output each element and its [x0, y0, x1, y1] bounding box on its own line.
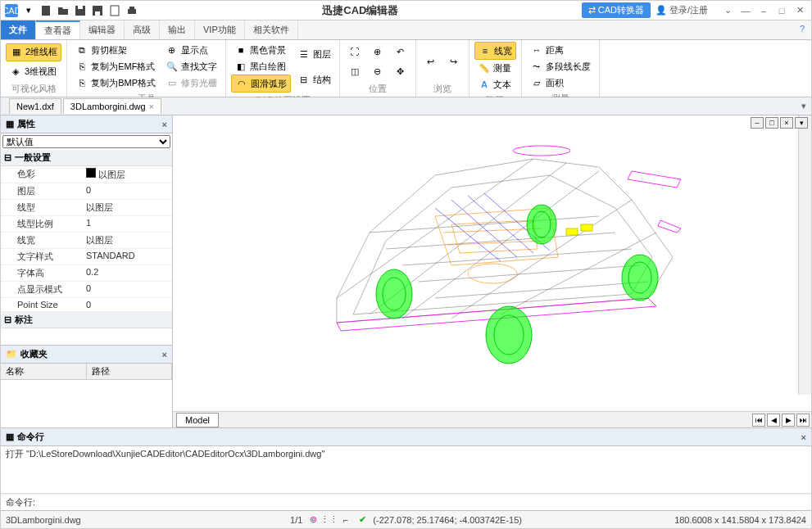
btn-undo[interactable]: ↩	[421, 53, 441, 70]
property-key: 点显示模式	[1, 282, 83, 297]
fav-col-path[interactable]: 路径	[87, 364, 173, 379]
btn-structure[interactable]: ⊟结构	[294, 72, 334, 88]
menu-tab-editor[interactable]: 编辑器	[80, 20, 125, 39]
qat-dropdown-icon[interactable]: ▾	[21, 3, 36, 18]
property-value[interactable]: 以图层	[83, 166, 172, 183]
btn-3d-view[interactable]: ◈3维视图	[6, 64, 61, 80]
btn-black-bg[interactable]: ■黑色背景	[231, 42, 291, 58]
grid-icon[interactable]: ⋮⋮	[324, 514, 335, 526]
menu-tab-file[interactable]: 文件	[1, 20, 36, 39]
property-row[interactable]: 线宽以图层	[1, 233, 172, 249]
property-row[interactable]: 文字样式STANDARD	[1, 249, 172, 265]
property-value[interactable]: 1	[83, 216, 172, 232]
help-icon[interactable]: ?	[793, 20, 811, 39]
nav-next-icon[interactable]: ▶	[782, 414, 795, 427]
print-icon[interactable]	[125, 3, 139, 18]
save-icon[interactable]	[73, 3, 88, 18]
property-row[interactable]: 线型比例1	[1, 216, 172, 233]
open-folder-icon[interactable]	[56, 3, 70, 18]
btn-clip-frame[interactable]: ⧉剪切框架	[72, 42, 159, 58]
inbox-icon[interactable]: ⌄	[719, 3, 736, 18]
status-size: 180.6008 x 141.5804 x 173.8424	[674, 515, 806, 525]
btn-trim-raster[interactable]: ▭修剪光栅	[162, 75, 220, 91]
property-value[interactable]: 0.2	[83, 265, 172, 281]
btn-linewidth[interactable]: ≡线宽	[474, 42, 516, 60]
btn-smooth-arc[interactable]: ◠圆滑弧形	[231, 75, 291, 93]
close-icon[interactable]: ✕	[792, 3, 808, 18]
command-input[interactable]	[39, 498, 806, 508]
btn-copy-emf[interactable]: ⎘复制为EMF格式	[72, 58, 159, 75]
viewport-max-icon[interactable]: □	[765, 117, 778, 129]
viewport-close-icon[interactable]: ×	[780, 117, 793, 129]
btn-distance[interactable]: ↔距离	[527, 42, 594, 58]
property-value[interactable]: 0	[83, 282, 172, 297]
document-tab[interactable]: 3DLamborgini.dwg×	[63, 98, 161, 114]
minimize-ribbon-icon[interactable]: —	[737, 3, 754, 18]
nav-first-icon[interactable]: ⏮	[752, 414, 765, 427]
btn-redo[interactable]: ↪	[444, 53, 464, 70]
btn-text[interactable]: A文本	[474, 76, 516, 93]
snap-icon[interactable]: ⊚	[307, 514, 319, 526]
property-row[interactable]: 图层0	[1, 183, 172, 200]
btn-find-text[interactable]: 🔍查找文字	[162, 58, 220, 75]
save-as-icon[interactable]	[90, 3, 105, 18]
panel-close-icon[interactable]: ×	[162, 350, 167, 359]
menu-tab-related[interactable]: 相关软件	[245, 20, 298, 39]
menu-tab-advanced[interactable]: 高级	[125, 20, 160, 39]
btn-polyline-length[interactable]: ⤳多段线长度	[527, 58, 594, 75]
property-row[interactable]: 线型以图层	[1, 200, 172, 216]
property-value[interactable]: 以图层	[83, 200, 172, 215]
btn-bw-draw[interactable]: ◧黑白绘图	[231, 58, 291, 75]
property-row[interactable]: 点显示模式0	[1, 282, 172, 298]
menu-tab-output[interactable]: 输出	[160, 20, 195, 39]
btn-copy-bmp[interactable]: ⎘复制为BMP格式	[72, 75, 159, 91]
property-value[interactable]: 以图层	[83, 233, 172, 248]
menu-tab-viewer[interactable]: 查看器	[36, 20, 80, 39]
close-tab-icon[interactable]: ×	[149, 102, 154, 111]
panel-close-icon[interactable]: ×	[162, 120, 167, 129]
btn-zoom-window[interactable]: ◫	[345, 63, 365, 79]
btn-zoom-prev[interactable]: ↶	[391, 43, 411, 60]
btn-2d-wireframe[interactable]: ▦2维线框	[6, 43, 61, 61]
btn-layers[interactable]: ☰图层	[294, 47, 334, 63]
nav-prev-icon[interactable]: ◀	[767, 414, 780, 427]
btn-zoom-out[interactable]: ⊖	[368, 63, 388, 79]
btn-zoom-pan[interactable]: ✥	[391, 63, 411, 79]
minimize-icon[interactable]: –	[755, 3, 772, 18]
viewport-min-icon[interactable]: –	[751, 117, 764, 129]
viewport-dd-icon[interactable]: ▾	[795, 117, 808, 129]
property-row[interactable]: 字体高0.2	[1, 265, 172, 282]
property-value[interactable]: STANDARD	[83, 249, 172, 264]
cad-convert-button[interactable]: ⇄CAD转换器	[582, 2, 651, 18]
btn-zoom-in[interactable]: ⊕	[368, 43, 388, 60]
osnap-icon[interactable]: ✔	[356, 514, 368, 526]
property-selector[interactable]: 默认值	[2, 135, 170, 148]
new-file-icon[interactable]	[39, 3, 53, 18]
ortho-icon[interactable]: ⌐	[340, 514, 352, 526]
model-tab[interactable]: Model	[176, 413, 219, 427]
prop-section-general[interactable]: ⊟一般设置	[1, 150, 172, 166]
export-icon[interactable]	[107, 3, 122, 18]
canvas[interactable]	[173, 115, 811, 411]
vertical-scrollbar[interactable]	[798, 115, 811, 395]
prop-section-annotation[interactable]: ⊟标注	[1, 312, 172, 328]
doctabs-dropdown-icon[interactable]: ▾	[796, 101, 811, 111]
property-value[interactable]: 0	[83, 183, 172, 199]
panel-close-icon[interactable]: ×	[801, 432, 806, 442]
favorites-panel: 名称 路径	[1, 364, 172, 427]
btn-show-points[interactable]: ⊕显示点	[162, 42, 220, 58]
property-row[interactable]: 色彩 以图层	[1, 166, 172, 183]
nav-last-icon[interactable]: ⏭	[796, 414, 810, 427]
btn-measure[interactable]: 📏测量	[474, 60, 516, 76]
property-select-dropdown[interactable]: 默认值	[2, 135, 170, 148]
login-button[interactable]: 👤登录/注册	[655, 4, 708, 16]
property-value[interactable]: 0	[83, 298, 172, 311]
property-row[interactable]: Point Size0	[1, 298, 172, 312]
fav-col-name[interactable]: 名称	[1, 364, 87, 379]
maximize-icon[interactable]: □	[773, 3, 790, 18]
document-tab[interactable]: New1.dxf	[9, 98, 61, 114]
menu-tab-vip[interactable]: VIP功能	[195, 20, 245, 39]
btn-zoom-extents[interactable]: ⛶	[345, 43, 365, 60]
btn-area[interactable]: ▱面积	[527, 75, 594, 91]
command-log[interactable]: 打开 "D:\LeStoreDownload\XunjieCADEditor\C…	[1, 446, 811, 494]
